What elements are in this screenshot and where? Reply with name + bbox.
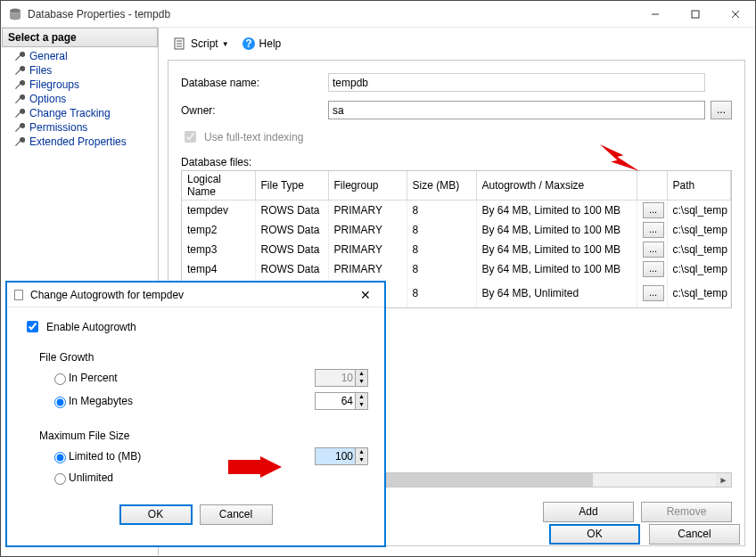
wrench-icon <box>14 65 25 76</box>
svg-rect-2 <box>692 11 699 18</box>
help-icon[interactable]: ? <box>242 37 256 51</box>
script-icon <box>173 37 187 51</box>
limited-radio[interactable] <box>54 452 66 463</box>
nav-item-label: Files <box>29 64 52 77</box>
ok-button[interactable]: OK <box>549 524 640 545</box>
modal-cancel-button[interactable]: Cancel <box>200 504 273 525</box>
nav-header: Select a page <box>2 28 158 47</box>
cell-type[interactable]: ROWS Data <box>255 201 328 221</box>
in-mb-label: In Megabytes <box>69 395 315 407</box>
add-button[interactable]: Add <box>543 502 634 522</box>
owner-field[interactable] <box>328 101 705 119</box>
cell-name[interactable]: temp4 <box>182 259 255 279</box>
nav-item-filegroups[interactable]: Filegroups <box>2 78 158 92</box>
dialog-title: Change Autogrowth for tempdev <box>30 289 352 301</box>
autogrowth-edit-button[interactable]: ... <box>643 202 664 218</box>
cell-autogrowth[interactable]: By 64 MB, Limited to 100 MB <box>476 220 637 240</box>
cell-path[interactable]: c:\sql_temp <box>667 240 731 259</box>
cell-filegroup[interactable]: PRIMARY <box>328 240 407 259</box>
script-button[interactable]: Script <box>191 37 218 50</box>
files-label: Database files: <box>181 156 732 168</box>
autogrowth-edit-button[interactable]: ... <box>643 222 664 238</box>
cell-type[interactable]: ROWS Data <box>255 259 328 279</box>
spin-up-icon[interactable]: ▲ <box>356 393 367 401</box>
nav-item-options[interactable]: Options <box>2 92 158 106</box>
cell-filegroup[interactable]: PRIMARY <box>328 259 407 279</box>
cell-autogrowth[interactable]: By 64 MB, Limited to 100 MB <box>476 259 637 279</box>
autogrowth-edit-button[interactable]: ... <box>643 261 664 277</box>
cell-type[interactable]: ROWS Data <box>255 220 328 240</box>
cell-name[interactable]: temp3 <box>182 240 255 259</box>
window-title: Database Properties - tempdb <box>28 8 635 20</box>
wrench-icon <box>14 136 25 147</box>
in-percent-radio[interactable] <box>54 373 66 385</box>
limited-value[interactable] <box>316 448 355 464</box>
toolbar: Script ▼ ? Help <box>168 33 745 54</box>
cancel-button[interactable]: Cancel <box>649 524 740 545</box>
table-row[interactable]: temp3ROWS DataPRIMARY8By 64 MB, Limited … <box>182 240 731 259</box>
table-row[interactable]: temp2ROWS DataPRIMARY8By 64 MB, Limited … <box>182 220 731 240</box>
spin-up-icon: ▲ <box>356 370 367 378</box>
cell-autogrowth[interactable]: By 64 MB, Unlimited <box>476 279 637 307</box>
mb-spin[interactable]: ▲▼ <box>315 392 368 410</box>
script-dropdown[interactable]: ▼ <box>222 40 229 48</box>
cell-size[interactable]: 8 <box>407 259 476 279</box>
col-header[interactable] <box>637 171 667 201</box>
cell-name[interactable]: tempdev <box>182 201 255 221</box>
svg-point-0 <box>10 8 21 12</box>
cell-autogrowth[interactable]: By 64 MB, Limited to 100 MB <box>476 240 637 259</box>
unlimited-label: Unlimited <box>69 471 368 484</box>
owner-browse-button[interactable]: ... <box>711 101 732 119</box>
nav-item-files[interactable]: Files <box>2 63 158 78</box>
in-percent-label: In Percent <box>69 372 315 384</box>
nav-item-general[interactable]: General <box>2 49 158 63</box>
cell-path[interactable]: c:\sql_temp <box>667 201 731 221</box>
cell-size[interactable]: 8 <box>407 220 476 240</box>
scroll-right-button[interactable]: ► <box>716 473 731 487</box>
spin-down-icon[interactable]: ▼ <box>356 456 367 464</box>
nav-item-label: General <box>29 50 68 62</box>
nav-item-extended-properties[interactable]: Extended Properties <box>2 135 158 149</box>
limited-spin[interactable]: ▲▼ <box>315 447 368 465</box>
col-header[interactable]: Path <box>667 171 731 201</box>
autogrowth-edit-button[interactable]: ... <box>643 242 664 258</box>
nav-item-permissions[interactable]: Permissions <box>2 120 158 135</box>
minimize-button[interactable] <box>635 1 675 27</box>
autogrowth-edit-button[interactable]: ... <box>643 285 664 301</box>
modal-ok-button[interactable]: OK <box>119 504 193 525</box>
table-row[interactable]: temp4ROWS DataPRIMARY8By 64 MB, Limited … <box>182 259 731 279</box>
col-header[interactable]: Filegroup <box>328 171 407 201</box>
cell-size[interactable]: 8 <box>407 279 476 307</box>
close-button[interactable] <box>715 1 755 27</box>
cell-size[interactable]: 8 <box>407 240 476 259</box>
mb-value[interactable] <box>316 393 355 409</box>
cell-type[interactable]: ROWS Data <box>255 240 328 259</box>
col-header[interactable]: File Type <box>255 171 328 201</box>
dialog-close-button[interactable]: ✕ <box>352 288 379 302</box>
cell-autogrowth[interactable]: By 64 MB, Limited to 100 MB <box>476 201 637 221</box>
nav-item-change-tracking[interactable]: Change Tracking <box>2 106 158 120</box>
spin-down-icon[interactable]: ▼ <box>356 401 367 409</box>
table-row[interactable]: tempdevROWS DataPRIMARY8By 64 MB, Limite… <box>182 201 731 221</box>
maximize-button[interactable] <box>675 1 715 27</box>
percent-spin: ▲▼ <box>315 369 368 387</box>
svg-text:?: ? <box>245 37 251 50</box>
col-header[interactable]: Logical Name <box>182 171 255 201</box>
wrench-icon <box>14 94 25 104</box>
cell-name[interactable]: temp2 <box>182 220 255 240</box>
spin-up-icon[interactable]: ▲ <box>356 448 367 456</box>
spin-down-icon: ▼ <box>356 378 367 386</box>
cell-path[interactable]: c:\sql_temp <box>667 279 731 307</box>
cell-filegroup[interactable]: PRIMARY <box>328 201 407 221</box>
unlimited-radio[interactable] <box>54 473 66 485</box>
in-mb-radio[interactable] <box>54 397 66 408</box>
cell-path[interactable]: c:\sql_temp <box>667 220 731 240</box>
owner-label: Owner: <box>181 104 328 117</box>
enable-autogrowth-checkbox[interactable] <box>27 321 38 332</box>
cell-filegroup[interactable]: PRIMARY <box>328 220 407 240</box>
help-button[interactable]: Help <box>259 37 282 50</box>
cell-path[interactable]: c:\sql_temp <box>667 259 731 279</box>
col-header[interactable]: Size (MB) <box>407 171 476 201</box>
cell-size[interactable]: 8 <box>407 201 476 221</box>
col-header[interactable]: Autogrowth / Maxsize <box>476 171 637 201</box>
